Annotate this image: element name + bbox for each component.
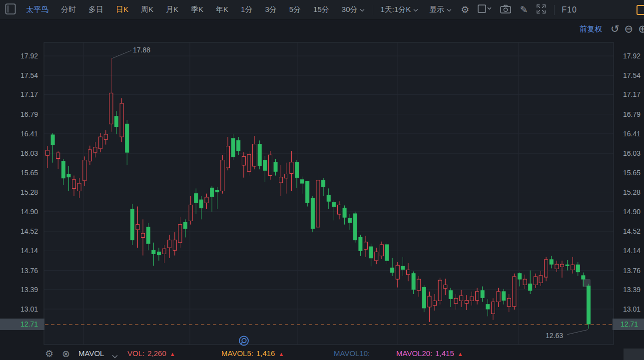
price-axis-label: 16.03 — [616, 148, 641, 158]
price-axis-label: 16.41 — [0, 129, 38, 139]
tab-weekly-k[interactable]: 周K — [141, 5, 153, 14]
price-axis-label: 15.65 — [0, 168, 38, 178]
reset-zoom-icon[interactable]: ↺ — [611, 23, 620, 35]
price-axis-label: 14.14 — [616, 246, 641, 256]
price-axis-label: 16.03 — [0, 148, 38, 158]
top-toolbar: 太平鸟 分时多日日K周K月K季K年K1分3分5分15分30分 1天:1分K 显示… — [0, 0, 644, 20]
display-menu[interactable]: 显示 — [429, 5, 452, 14]
panel-toggle-icon[interactable] — [5, 3, 16, 17]
mavol10-readout: MAVOL10: — [334, 349, 373, 358]
stock-name: 太平鸟 — [26, 5, 48, 14]
price-axis-label: 15.28 — [616, 187, 641, 197]
chart-subheader: 前复权 ↺ ⊖ ⊕ — [0, 20, 644, 39]
price-axis-label: 14.90 — [0, 207, 38, 217]
price-axis-label: 14.52 — [616, 226, 641, 236]
up-arrow-icon: ▲ — [170, 351, 175, 357]
price-axis-label: 16.79 — [616, 109, 641, 119]
price-adjustment-toggle[interactable]: 前复权 — [580, 24, 602, 34]
compound-period-selector[interactable]: 1天:1分K — [380, 5, 418, 14]
chevron-down-icon[interactable] — [112, 352, 118, 360]
tab-yearly-k[interactable]: 年K — [216, 5, 228, 14]
volume-indicator-bar: ⚙ ⊗ MAVOL VOL:2,260▲ MAVOL5:1,416▲ MAVOL… — [0, 347, 644, 360]
price-axis-label: 14.52 — [0, 226, 38, 236]
tab-monthly-k[interactable]: 月K — [166, 5, 178, 14]
period-tabs: 分时多日日K周K月K季K年K1分3分5分15分30分 — [61, 5, 365, 14]
price-axis-label: 14.90 — [616, 207, 641, 217]
toolbar-separator — [554, 5, 555, 15]
tab-15min[interactable]: 15分 — [313, 5, 329, 14]
price-axis-label: 14.14 — [0, 246, 38, 256]
camera-screenshot-icon[interactable] — [500, 4, 511, 15]
price-axis-label: 13.76 — [616, 266, 641, 276]
price-axis-label: 16.79 — [0, 109, 38, 119]
price-axis-label: 13.39 — [616, 285, 641, 295]
price-axis-label: 17.17 — [616, 89, 641, 99]
current-price-label-left: 12.71 — [0, 319, 44, 330]
current-price-label-right: 12.71 — [613, 319, 644, 330]
price-axis-label: 13.01 — [0, 304, 38, 314]
mavol-selector[interactable]: MAVOL — [78, 349, 104, 358]
chevron-down-icon — [413, 5, 418, 13]
tab-3min[interactable]: 3分 — [265, 5, 276, 14]
price-axis-label: 17.92 — [616, 51, 641, 61]
up-arrow-icon: ▲ — [278, 351, 284, 357]
price-axis-label: 15.65 — [616, 168, 641, 178]
zoom-in-icon[interactable]: ⊕ — [638, 23, 644, 35]
zoom-out-icon[interactable]: ⊖ — [625, 23, 634, 35]
price-axis-label: 17.17 — [0, 89, 38, 99]
tab-multi-day[interactable]: 多日 — [88, 5, 103, 14]
draw-pencil-icon[interactable]: ✎ — [520, 5, 528, 14]
candlestick-chart[interactable] — [0, 0, 644, 360]
toolbar-separator — [373, 5, 373, 15]
tab-quarterly-k[interactable]: 季K — [191, 5, 203, 14]
chevron-down-icon — [360, 5, 365, 13]
price-axis-label: 13.39 — [0, 285, 38, 295]
price-axis-label: 17.54 — [0, 70, 38, 80]
tab-30min[interactable]: 30分 — [342, 5, 365, 14]
f10-button[interactable]: F10 — [562, 5, 577, 14]
tab-daily-k[interactable]: 日K — [116, 5, 128, 14]
up-arrow-icon: ▲ — [458, 351, 463, 357]
mavol20-readout: MAVOL20:1,415▲ — [396, 349, 463, 358]
indicator-settings-icon[interactable]: ⚙ — [45, 348, 53, 360]
high-price-annotation: 17.88 — [133, 46, 150, 54]
tab-5min[interactable]: 5分 — [289, 5, 301, 14]
fullscreen-expand-icon[interactable] — [536, 4, 546, 15]
price-axis-label: 13.01 — [616, 304, 641, 314]
vol-readout: VOL:2,260▲ — [127, 349, 175, 358]
mavol5-readout: MAVOL5:1,416▲ — [221, 349, 284, 358]
indicator-close-icon[interactable]: ⊗ — [62, 348, 70, 360]
price-axis-label: 17.92 — [0, 51, 38, 61]
settings-gear-icon[interactable]: ⚙ — [461, 5, 469, 14]
chevron-down-icon — [447, 5, 452, 13]
tab-minute-line[interactable]: 分时 — [61, 5, 76, 14]
price-axis-label: 15.28 — [0, 187, 38, 197]
tab-1min[interactable]: 1分 — [241, 5, 252, 14]
price-axis-label: 17.54 — [616, 70, 641, 80]
chart-style-icon[interactable] — [478, 4, 492, 15]
orange-panel-icon[interactable] — [637, 5, 644, 15]
price-axis-label: 13.76 — [0, 266, 38, 276]
price-axis-label: 16.41 — [616, 129, 641, 139]
low-price-annotation: 12.63 — [546, 332, 563, 340]
